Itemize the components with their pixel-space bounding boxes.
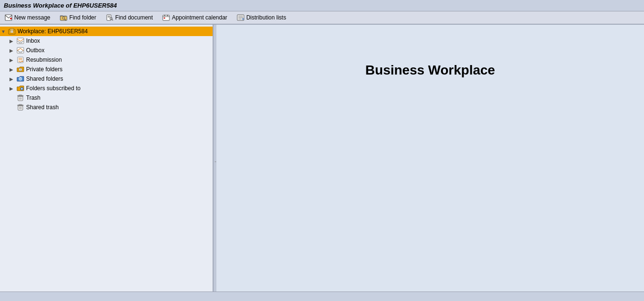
outbox-label: Outbox — [26, 47, 45, 54]
inbox-icon — [16, 37, 25, 45]
tree-item-shared-trash[interactable]: ▶ Shared trash — [0, 103, 213, 112]
find-document-icon — [106, 14, 113, 21]
appointment-calendar-button[interactable]: Appointment calendar — [161, 13, 228, 22]
svg-rect-24 — [10, 28, 14, 30]
private-folders-icon — [16, 66, 25, 73]
root-toggle[interactable]: ▼ — [1, 29, 8, 34]
tree-item-private-folders[interactable]: ▶ Private folders — [0, 65, 213, 74]
main-content: Business Workplace — [216, 25, 644, 298]
resubmission-icon — [16, 56, 25, 64]
appointment-calendar-icon — [162, 14, 170, 21]
tree-item-folders-subscribed[interactable]: ▶ Folders subscribed to — [0, 84, 213, 93]
resubmission-label: Resubmission — [26, 56, 62, 63]
shared-folders-toggle[interactable]: ▶ — [9, 76, 16, 82]
title-text: Business Workplace of EHP6USER584 — [4, 2, 117, 9]
status-bar — [0, 292, 644, 301]
trash-label: Trash — [26, 94, 40, 101]
folders-subscribed-toggle[interactable]: ▶ — [9, 86, 16, 91]
folders-subscribed-icon — [16, 85, 25, 92]
private-folders-label: Private folders — [26, 66, 63, 73]
tree-item-outbox[interactable]: ▶ Outbox — [0, 46, 213, 55]
private-folders-toggle[interactable]: ▶ — [9, 67, 16, 72]
distribution-lists-icon — [237, 14, 244, 21]
root-label: Workplace: EHP6USER584 — [18, 28, 88, 35]
new-message-button[interactable]: New message — [4, 13, 51, 22]
outbox-icon — [16, 47, 25, 54]
svg-rect-44 — [19, 95, 22, 96]
folders-subscribed-label: Folders subscribed to — [26, 85, 81, 92]
workplace-icon — [8, 28, 16, 35]
svg-rect-50 — [19, 104, 22, 105]
svg-line-10 — [112, 19, 113, 20]
distribution-lists-button[interactable]: Distribution lists — [236, 13, 287, 22]
shared-folders-label: Shared folders — [26, 75, 63, 82]
main-title: Business Workplace — [365, 63, 495, 78]
title-bar: Business Workplace of EHP6USER584 — [0, 0, 644, 11]
inbox-toggle[interactable]: ▶ — [9, 38, 16, 44]
main-area: ▼ Workplace: EHP6USER584 ▶ — [0, 25, 644, 298]
tree-root[interactable]: ▼ Workplace: EHP6USER584 — [0, 27, 213, 36]
tree-item-resubmission[interactable]: ▶ Resubmission — [0, 55, 213, 65]
resubmission-toggle[interactable]: ▶ — [9, 57, 16, 63]
find-folder-icon — [60, 14, 67, 21]
svg-point-35 — [20, 69, 21, 70]
find-document-label: Find document — [115, 14, 153, 21]
find-folder-label: Find folder — [69, 14, 96, 21]
new-message-label: New message — [14, 14, 50, 21]
shared-trash-icon — [16, 103, 25, 111]
new-message-icon — [5, 14, 12, 21]
tree-item-inbox[interactable]: ▶ Inbox — [0, 36, 213, 46]
tree-panel: ▼ Workplace: EHP6USER584 ▶ — [0, 25, 214, 298]
tree-item-trash[interactable]: ▶ Trash — [0, 93, 213, 103]
shared-trash-label: Shared trash — [26, 104, 59, 111]
find-folder-button[interactable]: Find folder — [59, 13, 97, 22]
distribution-lists-label: Distribution lists — [246, 14, 286, 21]
trash-icon — [16, 94, 25, 102]
divider-symbol: ··· — [215, 159, 215, 164]
svg-rect-15 — [164, 18, 165, 19]
appointment-calendar-label: Appointment calendar — [172, 14, 227, 21]
inbox-label: Inbox — [26, 38, 40, 44]
toolbar: New message Find folder Find document — [0, 11, 644, 25]
outbox-toggle[interactable]: ▶ — [9, 48, 16, 53]
find-document-button[interactable]: Find document — [105, 13, 154, 22]
tree-item-shared-folders[interactable]: ▶ Shared folders — [0, 74, 213, 84]
shared-folders-icon — [16, 75, 25, 83]
